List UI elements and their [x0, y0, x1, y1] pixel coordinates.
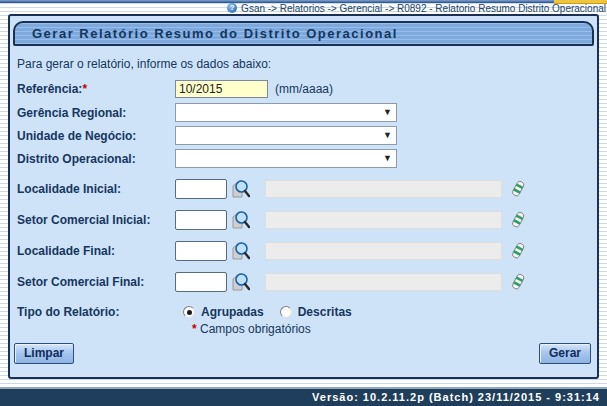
report-form-panel: Gerar Relatório Resumo do Distrito Opera… — [8, 14, 599, 379]
search-magnifier-icon[interactable] — [230, 240, 252, 263]
page-title: Gerar Relatório Resumo do Distrito Opera… — [13, 21, 594, 46]
referencia-label: Referência:* — [17, 82, 175, 96]
setor-comercial-final-code-input[interactable] — [175, 272, 227, 292]
search-magnifier-icon[interactable] — [230, 271, 252, 294]
distrito-operacional-select[interactable]: ▼ — [175, 149, 397, 168]
referencia-input[interactable] — [175, 80, 268, 98]
gerencia-regional-row: Gerência Regional: ▼ — [10, 103, 597, 122]
distrito-operacional-row: Distrito Operacional: ▼ — [10, 149, 597, 168]
radio-agrupadas-label: Agrupadas — [201, 305, 264, 319]
eraser-icon[interactable] — [510, 180, 526, 198]
distrito-operacional-label: Distrito Operacional: — [17, 152, 175, 166]
eraser-icon[interactable] — [510, 242, 526, 260]
setor-comercial-inicial-label: Setor Comercial Inicial: — [17, 213, 175, 227]
tipo-relatorio-options: Agrupadas Descritas — [183, 305, 368, 319]
chevron-down-icon: ▼ — [383, 108, 392, 117]
setor-comercial-inicial-row: Setor Comercial Inicial: — [10, 208, 597, 232]
localidade-final-label: Localidade Final: — [17, 244, 175, 258]
chevron-down-icon: ▼ — [383, 154, 392, 163]
radio-descritas[interactable] — [280, 306, 292, 318]
required-asterisk: * — [82, 82, 87, 96]
radio-agrupadas[interactable] — [183, 306, 195, 318]
limpar-button[interactable]: Limpar — [14, 343, 74, 364]
localidade-final-code-input[interactable] — [175, 241, 227, 261]
search-magnifier-icon[interactable] — [230, 178, 252, 201]
form-instruction: Para gerar o relatório, informe os dados… — [17, 57, 597, 71]
unidade-negocio-row: Unidade de Negócio: ▼ — [10, 126, 597, 145]
gsan-report-page: ? Gsan -> Relatorios -> Gerencial -> R08… — [0, 0, 607, 406]
eraser-icon[interactable] — [510, 211, 526, 229]
setor-comercial-final-description-field — [265, 273, 502, 291]
breadcrumb-path: Gsan -> Relatorios -> Gerencial -> R0892… — [241, 3, 606, 14]
version-status-bar: Versão: 10.2.11.2p (Batch) 23/11/2015 - … — [0, 389, 607, 406]
chevron-down-icon: ▼ — [383, 131, 392, 140]
localidade-inicial-code-input[interactable] — [175, 179, 227, 199]
radio-descritas-label: Descritas — [298, 305, 352, 319]
breadcrumb: ? Gsan -> Relatorios -> Gerencial -> R08… — [0, 2, 607, 14]
required-note-text: Campos obrigatórios — [200, 322, 311, 336]
localidade-inicial-label: Localidade Inicial: — [17, 182, 175, 196]
setor-comercial-final-row: Setor Comercial Final: — [10, 270, 597, 294]
required-asterisk: * — [192, 322, 197, 336]
unidade-negocio-label: Unidade de Negócio: — [17, 129, 175, 143]
gerencia-regional-select[interactable]: ▼ — [175, 103, 397, 122]
referencia-row: Referência:* (mm/aaaa) — [10, 80, 597, 98]
setor-comercial-final-label: Setor Comercial Final: — [17, 275, 175, 289]
search-magnifier-icon[interactable] — [230, 209, 252, 232]
gerar-button[interactable]: Gerar — [539, 343, 591, 364]
required-fields-note: * Campos obrigatórios — [192, 322, 597, 336]
localidade-inicial-row: Localidade Inicial: — [10, 177, 597, 201]
setor-comercial-inicial-code-input[interactable] — [175, 210, 227, 230]
unidade-negocio-select[interactable]: ▼ — [175, 126, 397, 145]
localidade-inicial-description-field — [265, 180, 502, 198]
referencia-format-hint: (mm/aaaa) — [275, 82, 333, 96]
tipo-relatorio-label: Tipo do Relatório: — [17, 305, 175, 319]
localidade-final-row: Localidade Final: — [10, 239, 597, 263]
tipo-relatorio-row: Tipo do Relatório: Agrupadas Descritas — [10, 305, 597, 319]
localidade-final-description-field — [265, 242, 502, 260]
gerencia-regional-label: Gerência Regional: — [17, 106, 175, 120]
setor-comercial-inicial-description-field — [265, 211, 502, 229]
eraser-icon[interactable] — [510, 273, 526, 291]
help-icon[interactable]: ? — [227, 3, 237, 13]
